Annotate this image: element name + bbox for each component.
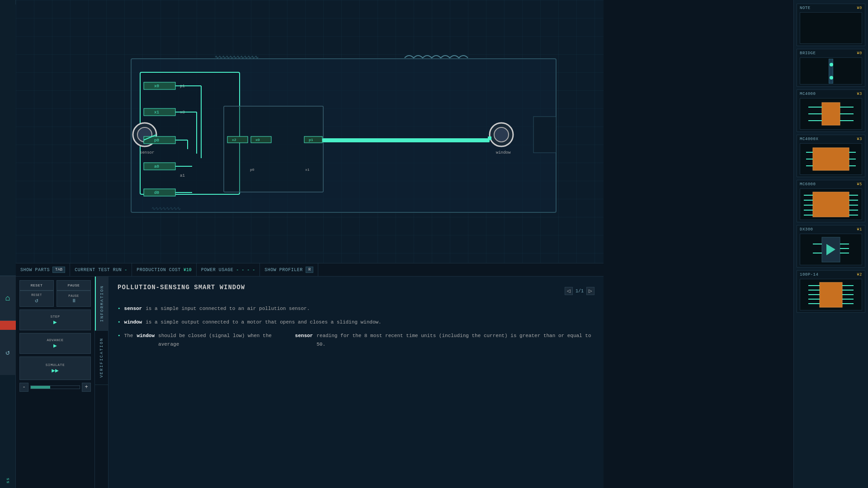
info-text-3c: reading for the 8 most recent time units… [316, 332, 594, 350]
svg-rect-56 [813, 192, 849, 217]
show-parts-key: TAB [52, 267, 65, 273]
svg-text:window: window [496, 150, 511, 155]
svg-rect-30 [251, 136, 271, 143]
component-bridge: BRIDGE ¥0 [797, 49, 865, 87]
power-usage-v2: - [241, 267, 244, 272]
info-text-3a: The [124, 332, 133, 341]
reset-icon: ↺ [35, 297, 38, 304]
pause-label: PAUSE [68, 294, 79, 298]
home-section[interactable]: ⌂ [0, 276, 16, 321]
advance-icon: ▶ [53, 342, 57, 349]
power-usage-v4: - [252, 267, 255, 272]
current-test-run-label: CURRENT TEST RUN [75, 267, 122, 272]
simulate-button[interactable]: SIMULATE ▶▶ [19, 357, 91, 380]
production-cost-value: ¥10 [184, 267, 192, 272]
component-mc4000x-name: MC4000X [800, 137, 818, 141]
svg-text:x1: x1 [154, 110, 159, 115]
component-100p14-preview [800, 279, 862, 310]
pause-icon: ⏸ [71, 298, 76, 304]
svg-rect-36 [322, 138, 490, 142]
simulate-label: SIMULATE [46, 363, 65, 367]
svg-rect-1 [140, 72, 240, 194]
pause-btn-full[interactable]: PAUSE ⏸ [57, 291, 91, 307]
svg-point-38 [494, 127, 509, 142]
svg-text:x3: x3 [180, 110, 185, 115]
home-icon[interactable]: ⌂ [5, 294, 10, 303]
svg-point-2 [133, 123, 156, 146]
page-prev-button[interactable]: ◁ [565, 287, 573, 295]
svg-rect-49 [813, 148, 849, 170]
page-next-button[interactable]: ▷ [586, 287, 594, 295]
component-mc6000-header: MC6000 ¥5 [800, 182, 862, 187]
power-usage-label: POWER USAGE [201, 267, 234, 272]
speed-plus-button[interactable]: + [82, 383, 91, 392]
speed-bar-fill [31, 386, 50, 389]
bridge-shape [829, 59, 833, 84]
zigzag-top: ∿∿∿∿∿∿∿∿∿∿∿∿ [215, 54, 258, 60]
reset-button[interactable]: RESET [19, 280, 54, 291]
svg-rect-10 [144, 136, 175, 144]
svg-rect-34 [304, 136, 322, 143]
bridge-dot-top [830, 63, 833, 66]
svg-rect-74 [820, 282, 842, 307]
mc4000-svg [808, 100, 854, 127]
svg-rect-40 [488, 136, 491, 140]
svg-text:a0: a0 [154, 164, 159, 169]
show-profiler-item[interactable]: SHOW PROFILER R [260, 263, 318, 276]
svg-rect-0 [131, 59, 556, 212]
pause-button[interactable]: PAUSE [57, 280, 91, 291]
pagination-text: 1/1 [576, 289, 584, 294]
svg-point-3 [137, 127, 152, 142]
simulate-icon: ▶▶ [52, 367, 59, 374]
current-test-run-item: CURRENT TEST RUN - [70, 263, 132, 276]
component-bridge-header: BRIDGE ¥0 [800, 51, 862, 56]
zigzag-bottom: ∿∿∿∿∿∿∿∿ [151, 206, 180, 211]
component-note-header: NOTE ¥0 [800, 6, 862, 10]
tab-verification[interactable]: VERIFICATION [95, 331, 108, 385]
info-item-3: The window should be closed (signal low)… [118, 332, 594, 350]
tab-information-label: INFORMATION [100, 285, 104, 322]
bridge-dot-bottom [830, 76, 833, 80]
info-text-1: is a simple input connected to an air po… [146, 305, 310, 314]
component-mc4000x-cost: ¥3 [857, 137, 862, 141]
advance-button[interactable]: ADVANCE ▶ [19, 333, 91, 354]
main-canvas: ∿∿∿∿∿∿∿∿∿∿∿∿ ∿∿∿∿∿∿∿∿ x0 p1 x1 x3 p0 a0 … [16, 0, 604, 271]
undo-icon[interactable]: ↺ [5, 348, 10, 357]
component-dx300-cost: ¥1 [857, 227, 862, 232]
component-mc4000x: MC4000X ¥3 [797, 135, 865, 177]
tab-information[interactable]: INFORMATION [95, 277, 108, 331]
info-text-3b: should be closed (signal low) when the a… [158, 332, 292, 350]
info-keyword-sensor: sensor [124, 305, 142, 314]
power-usage-v1: - [236, 267, 239, 272]
component-mc4000-cost: ¥3 [857, 92, 862, 96]
component-mc6000: MC6000 ¥5 [797, 180, 865, 222]
component-mc4000x-header: MC4000X ¥3 [800, 137, 862, 141]
svg-rect-41 [533, 117, 556, 153]
mc6000-svg [804, 190, 858, 219]
show-parts-item[interactable]: SHOW PARTS TAB [16, 263, 70, 276]
red-indicator [0, 321, 16, 330]
sidebar-top [0, 5, 16, 276]
component-100p14-name: 100P-14 [800, 272, 818, 277]
speed-minus-button[interactable]: - [19, 383, 28, 392]
svg-text:x0: x0 [154, 84, 159, 89]
component-dx300-header: DX300 ¥1 [800, 227, 862, 232]
100p14-svg [808, 280, 854, 310]
controls-panel: RESET PAUSE RESET ↺ PAUSE ⏸ STEP ▶ ADVAN… [16, 277, 95, 488]
mc4000x-svg [806, 145, 856, 173]
info-text-2: is a simple output connected to a motor … [146, 318, 382, 327]
pagination-controls: ◁ 1/1 ▷ [565, 287, 594, 295]
show-profiler-label: SHOW PROFILER [264, 267, 303, 272]
component-bridge-preview [800, 57, 862, 84]
reset-btn-full[interactable]: RESET ↺ [19, 291, 54, 307]
power-usage-v3: - [247, 267, 250, 272]
svg-point-37 [490, 123, 513, 146]
show-profiler-key: R [306, 267, 313, 273]
undo-section[interactable]: ↺ [0, 330, 16, 375]
left-sidebar: ⌂ ↺ SS [0, 0, 16, 488]
svg-text:x0: x0 [255, 138, 260, 142]
right-panel: NOTE ¥0 BRIDGE ¥0 MC4000 ¥3 [793, 0, 868, 488]
step-button[interactable]: STEP ▶ [19, 310, 91, 330]
component-note-name: NOTE [800, 6, 811, 10]
info-title: POLLUTION-SENSING SMART WINDOW [118, 284, 245, 291]
